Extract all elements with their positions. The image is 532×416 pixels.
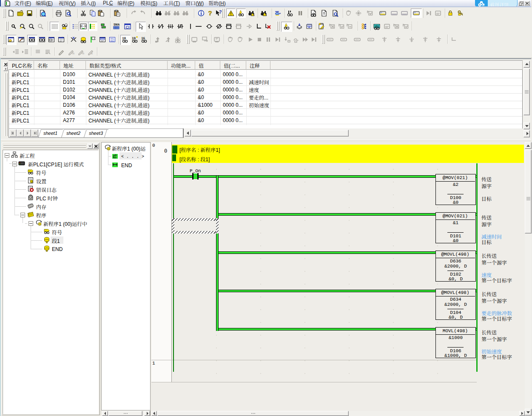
svg-text:x: x [91,51,93,55]
svg-text:10: 10 [122,36,126,40]
svg-text:?: ? [208,9,212,17]
svg-text:H-H: H-H [80,25,87,28]
svg-text:CI: CI [126,25,130,29]
svg-text:%: % [71,51,74,55]
svg-text:10: 10 [132,36,136,40]
svg-text:002: 002 [110,40,114,42]
svg-text:16: 16 [141,36,145,40]
svg-text:SMA: SMA [114,23,120,26]
svg-text:%: % [81,51,84,55]
